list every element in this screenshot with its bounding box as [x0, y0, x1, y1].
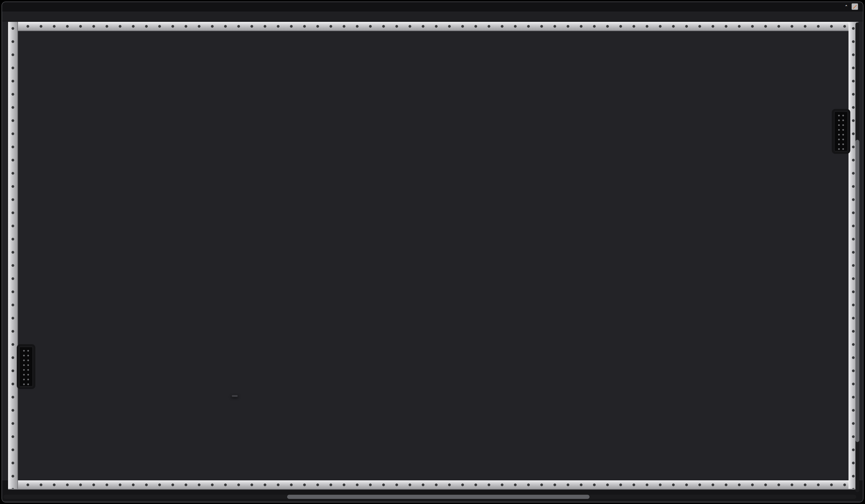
gain-tooltip [231, 395, 238, 397]
cable-opacity-icon[interactable] [852, 3, 858, 10]
title-bar: ⌃⌃ [2, 2, 863, 11]
rack-rail-bottom [8, 480, 857, 490]
rack-rail-top [8, 22, 857, 31]
ribbon-connector-right [834, 111, 848, 152]
vertical-scrollbar-thumb[interactable] [855, 140, 859, 442]
rack-rail-left [8, 22, 18, 489]
horizontal-scrollbar-thumb[interactable] [287, 495, 590, 499]
rack-area [2, 21, 863, 502]
menu-bar [2, 11, 863, 21]
ribbon-connector-left [19, 346, 33, 387]
collapse-icon[interactable]: ⌃⌃ [845, 6, 848, 8]
cardinal-window: ⌃⌃ [1, 1, 864, 503]
